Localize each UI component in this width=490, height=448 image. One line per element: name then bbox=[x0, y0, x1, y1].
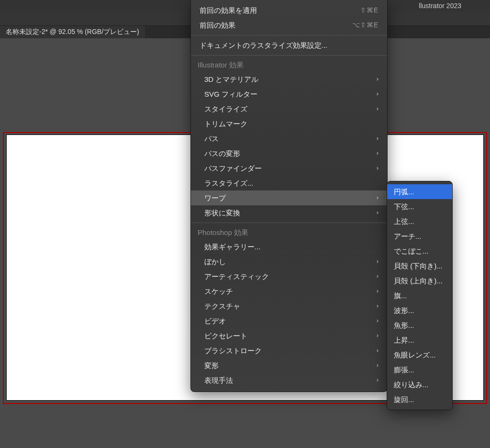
submenu-item[interactable]: 絞り込み... bbox=[387, 377, 452, 392]
submenu-item[interactable]: 旋回... bbox=[387, 392, 452, 407]
chevron-right-icon: › bbox=[377, 134, 379, 143]
menu-item[interactable]: パス› bbox=[191, 131, 387, 146]
menu-shortcut: ⇧⌘E bbox=[360, 6, 379, 15]
chevron-right-icon: › bbox=[377, 331, 379, 340]
menu-item[interactable]: テクスチャ› bbox=[191, 299, 387, 314]
menu-item[interactable]: 効果ギャラリー... bbox=[191, 239, 387, 254]
submenu-item[interactable]: 貝殻 (上向き)... bbox=[387, 273, 452, 288]
app-title: llustrator 2023 bbox=[419, 2, 461, 10]
chevron-right-icon: › bbox=[377, 104, 379, 113]
menu-item[interactable]: ラスタライズ... bbox=[191, 176, 387, 190]
menu-label: ドキュメントのラスタライズ効果設定... bbox=[200, 40, 328, 50]
chevron-right-icon: › bbox=[377, 316, 379, 325]
menu-item[interactable]: スケッチ› bbox=[191, 284, 387, 299]
chevron-right-icon: › bbox=[377, 302, 379, 310]
menu-label: ワープ bbox=[204, 193, 226, 203]
menu-item[interactable]: 変形› bbox=[191, 358, 387, 373]
menu-label: パスファインダー bbox=[204, 163, 262, 173]
menu-raster-settings[interactable]: ドキュメントのラスタライズ効果設定... bbox=[191, 38, 387, 53]
submenu-item[interactable]: 旗... bbox=[387, 288, 452, 303]
menu-label: ぼかし bbox=[204, 257, 226, 267]
chevron-right-icon: › bbox=[377, 149, 379, 157]
menu-label: SVG フィルター bbox=[204, 89, 257, 99]
menu-item[interactable]: スタイライズ› bbox=[191, 101, 387, 116]
menu-shortcut: ⌥⇧⌘E bbox=[352, 21, 379, 30]
warp-submenu: 円弧...下弦...上弦...アーチ...でこぼこ...貝殻 (下向き)...貝… bbox=[387, 181, 453, 410]
menu-label: スケッチ bbox=[204, 286, 233, 296]
submenu-item[interactable]: 上弦... bbox=[387, 214, 452, 229]
menu-last-effect[interactable]: 前回の効果 ⌥⇧⌘E bbox=[191, 18, 387, 33]
submenu-item[interactable]: 下弦... bbox=[387, 199, 452, 214]
chevron-right-icon: › bbox=[377, 75, 379, 83]
menu-item[interactable]: 形状に変換› bbox=[191, 205, 387, 220]
menu-item[interactable]: ぼかし› bbox=[191, 254, 387, 269]
menu-label: 3D とマテリアル bbox=[204, 74, 258, 84]
menu-item[interactable]: SVG フィルター› bbox=[191, 87, 387, 101]
menu-item[interactable]: ピクセレート› bbox=[191, 328, 387, 343]
menu-separator bbox=[191, 55, 387, 56]
submenu-item[interactable]: でこぼこ... bbox=[387, 244, 452, 258]
menu-item[interactable]: トリムマーク bbox=[191, 116, 387, 131]
chevron-right-icon: › bbox=[377, 90, 379, 98]
menu-item[interactable]: アーティスティック› bbox=[191, 269, 387, 284]
menu-label: 形状に変換 bbox=[204, 208, 240, 218]
menu-label: ビデオ bbox=[204, 316, 226, 326]
submenu-item[interactable]: 魚眼レンズ... bbox=[387, 347, 452, 362]
submenu-item[interactable]: 上昇... bbox=[387, 333, 452, 347]
chevron-right-icon: › bbox=[377, 376, 379, 384]
menu-separator bbox=[191, 223, 387, 223]
menu-label: 前回の効果 bbox=[200, 20, 235, 30]
menu-item[interactable]: 3D とマテリアル› bbox=[191, 72, 387, 87]
menu-label: スタイライズ bbox=[204, 104, 247, 114]
menu-separator bbox=[191, 35, 387, 35]
menu-item[interactable]: パスファインダー› bbox=[191, 161, 387, 176]
menu-label: 前回の効果を適用 bbox=[200, 5, 257, 15]
menu-label: 表現手法 bbox=[204, 375, 233, 385]
menu-label: 効果ギャラリー... bbox=[204, 242, 261, 252]
chevron-right-icon: › bbox=[377, 164, 379, 172]
menu-label: ピクセレート bbox=[204, 331, 247, 341]
menu-label: ブラシストローク bbox=[204, 346, 262, 356]
submenu-item[interactable]: 魚形... bbox=[387, 318, 452, 333]
submenu-item[interactable]: 膨張... bbox=[387, 362, 452, 377]
menu-label: ラスタライズ... bbox=[204, 178, 254, 188]
menu-section-illustrator: Illustrator 効果 bbox=[191, 58, 387, 72]
menu-label: パスの変形 bbox=[204, 148, 240, 158]
chevron-right-icon: › bbox=[377, 257, 379, 266]
submenu-item[interactable]: 波形... bbox=[387, 303, 452, 318]
chevron-right-icon: › bbox=[377, 287, 379, 295]
menu-item[interactable]: 表現手法› bbox=[191, 373, 387, 388]
menu-label: アーティスティック bbox=[204, 271, 269, 281]
menu-label: トリムマーク bbox=[204, 119, 247, 129]
submenu-item[interactable]: 円弧... bbox=[387, 184, 452, 199]
chevron-right-icon: › bbox=[377, 193, 379, 202]
document-tab[interactable]: 名称未設定-2* @ 92.05 % (RGB/プレビュー) bbox=[0, 26, 145, 38]
chevron-right-icon: › bbox=[377, 208, 379, 217]
chevron-right-icon: › bbox=[377, 361, 379, 370]
submenu-item[interactable]: 貝殻 (下向き)... bbox=[387, 258, 452, 273]
menu-label: 変形 bbox=[204, 360, 219, 370]
menu-section-photoshop: Photoshop 効果 bbox=[191, 225, 387, 239]
chevron-right-icon: › bbox=[377, 272, 379, 280]
chevron-right-icon: › bbox=[377, 346, 379, 355]
menu-item[interactable]: パスの変形› bbox=[191, 146, 387, 161]
submenu-item[interactable]: アーチ... bbox=[387, 229, 452, 244]
effects-menu: 前回の効果を適用 ⇧⌘E 前回の効果 ⌥⇧⌘E ドキュメントのラスタライズ効果設… bbox=[190, 0, 388, 392]
menu-apply-last-effect[interactable]: 前回の効果を適用 ⇧⌘E bbox=[191, 3, 387, 18]
menu-label: パス bbox=[204, 134, 219, 144]
menu-item[interactable]: ブラシストローク› bbox=[191, 343, 387, 358]
menu-item[interactable]: ワープ› bbox=[191, 190, 387, 205]
menu-item[interactable]: ビデオ› bbox=[191, 314, 387, 328]
menu-label: テクスチャ bbox=[204, 301, 240, 311]
